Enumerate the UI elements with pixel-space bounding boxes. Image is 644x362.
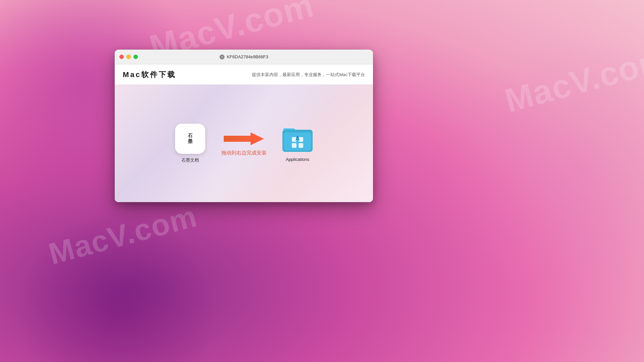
drag-arrow-icon [224, 130, 264, 147]
close-button[interactable] [119, 55, 124, 59]
svg-rect-8 [292, 143, 297, 148]
svg-text:A: A [296, 135, 300, 142]
svg-marker-3 [224, 132, 264, 145]
svg-rect-9 [299, 143, 303, 148]
drag-instruction: 拖动到右边完成安装 [210, 130, 277, 156]
app-icon-line2: 墨 [188, 139, 193, 144]
dmg-window: KF6DA2784e9B66F3 Mac软件下载 提供丰富内容，最新应用，专业服… [115, 50, 373, 202]
window-title: KF6DA2784e9B66F3 [227, 54, 268, 59]
header-bar: Mac软件下载 提供丰富内容，最新应用，专业服务，一站式Mac下载平台 [115, 64, 373, 84]
app-icon: 石 墨 [175, 124, 205, 154]
disk-icon [219, 54, 225, 60]
applications-folder-icon: A [282, 125, 313, 154]
drag-label: 拖动到右边完成安装 [221, 150, 267, 156]
window-body: Mac软件下载 提供丰富内容，最新应用，专业服务，一站式Mac下载平台 石 墨 … [115, 64, 373, 202]
applications-icon-item[interactable]: A Applications [277, 125, 318, 162]
icons-container: 石 墨 石墨文档 [115, 84, 373, 202]
app-icon-item[interactable]: 石 墨 石墨文档 [170, 124, 210, 163]
minimize-button[interactable] [126, 55, 131, 59]
window-title-group: KF6DA2784e9B66F3 [219, 54, 268, 60]
dmg-content-area: 石 墨 石墨文档 [115, 84, 373, 202]
site-subtitle: 提供丰富内容，最新应用，专业服务，一站式Mac下载平台 [252, 72, 365, 78]
svg-point-2 [222, 57, 222, 57]
site-title: Mac软件下载 [123, 70, 176, 80]
app-icon-line1: 石 [188, 133, 193, 139]
titlebar: KF6DA2784e9B66F3 [115, 50, 373, 64]
maximize-button[interactable] [133, 55, 138, 59]
traffic-lights [119, 55, 138, 59]
app-name-label: 石墨文档 [181, 157, 199, 163]
applications-label: Applications [286, 157, 309, 162]
